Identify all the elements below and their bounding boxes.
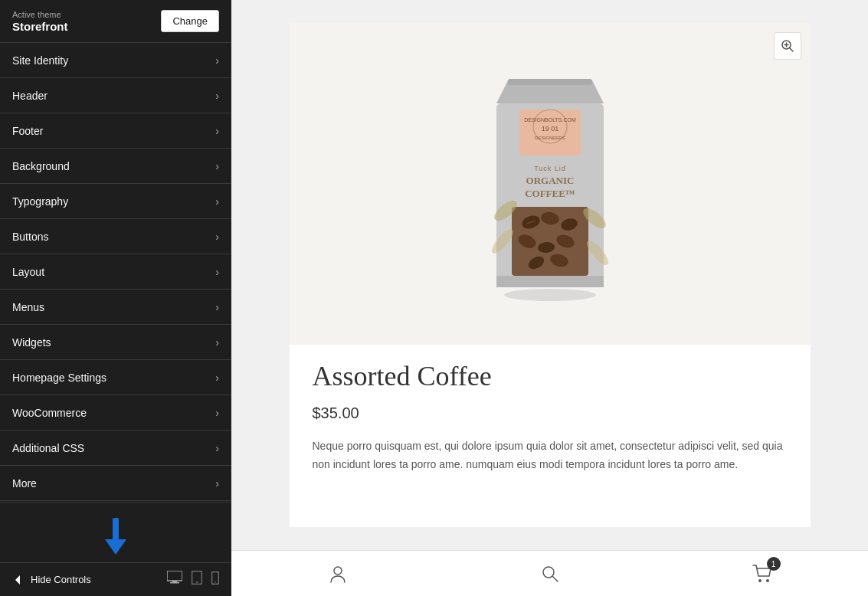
preview-area: DESIGNBOLTS.COM 19 01 DESIGNEERS Tuck Li… [231, 0, 868, 550]
sidebar-header: Active theme Storefront Change [0, 0, 231, 43]
chevron-right-icon: › [215, 195, 219, 208]
sidebar-item-label: Menus [12, 301, 44, 313]
chevron-right-icon: › [215, 125, 219, 137]
sidebar-item-site-identity[interactable]: Site Identity › [0, 43, 231, 78]
svg-marker-2 [15, 575, 20, 585]
sidebar-item-buttons[interactable]: Buttons › [0, 219, 231, 254]
svg-marker-1 [105, 539, 126, 555]
svg-rect-4 [172, 581, 177, 582]
hide-controls-bar: Hide Controls [0, 562, 231, 596]
product-description: Neque porro quisquam est, qui dolore ips… [313, 437, 788, 474]
active-theme-label: Active theme [12, 9, 68, 20]
chevron-right-icon: › [215, 372, 219, 384]
sidebar-item-label: Site Identity [12, 54, 68, 67]
sidebar-footer: Hide Controls [0, 502, 231, 596]
svg-point-9 [215, 581, 216, 583]
sidebar-item-label: Header [12, 90, 47, 102]
svg-rect-16 [508, 79, 592, 85]
hide-controls-button[interactable]: Hide Controls [12, 574, 91, 586]
product-title: Assorted Coffee [313, 360, 788, 392]
sidebar-item-woocommerce[interactable]: WooCommerce › [0, 395, 231, 431]
svg-rect-5 [170, 582, 179, 584]
sidebar-item-layout[interactable]: Layout › [0, 254, 231, 290]
product-card: DESIGNBOLTS.COM 19 01 DESIGNEERS Tuck Li… [290, 23, 811, 527]
arrow-hint [0, 503, 231, 562]
sidebar-item-menus[interactable]: Menus › [0, 290, 231, 325]
sidebar-item-footer[interactable]: Footer › [0, 113, 231, 149]
cart-badge: 1 [767, 557, 781, 571]
svg-point-44 [758, 579, 762, 582]
svg-point-40 [504, 289, 596, 301]
search-icon [541, 565, 559, 583]
product-price: $35.00 [313, 404, 788, 422]
chevron-right-icon: › [215, 266, 219, 278]
svg-rect-3 [167, 571, 182, 581]
sidebar: Active theme Storefront Change Site Iden… [0, 0, 231, 596]
svg-point-42 [543, 567, 554, 578]
svg-text:Tuck Lid: Tuck Lid [534, 165, 566, 172]
sidebar-item-label: Homepage Settings [12, 372, 106, 384]
chevron-right-icon: › [215, 301, 219, 313]
change-theme-button[interactable]: Change [161, 10, 219, 32]
chevron-right-icon: › [215, 336, 219, 349]
hide-controls-icon [12, 574, 25, 586]
svg-text:DESIGNEERS: DESIGNEERS [535, 136, 565, 140]
svg-line-11 [789, 48, 793, 52]
main-content: DESIGNBOLTS.COM 19 01 DESIGNEERS Tuck Li… [231, 0, 868, 596]
svg-point-45 [766, 579, 769, 582]
tablet-view-icon[interactable] [192, 571, 202, 588]
zoom-icon [781, 39, 794, 53]
sidebar-item-label: WooCommerce [12, 407, 87, 419]
chevron-right-icon: › [215, 160, 219, 172]
sidebar-item-label: Buttons [12, 231, 48, 243]
mobile-view-icon[interactable] [211, 571, 219, 588]
product-info: Assorted Coffee $35.00 Neque porro quisq… [290, 360, 811, 474]
sidebar-item-typography[interactable]: Typography › [0, 184, 231, 219]
chevron-right-icon: › [215, 90, 219, 102]
svg-rect-39 [496, 276, 604, 287]
sidebar-item-additional-css[interactable]: Additional CSS › [0, 431, 231, 466]
chevron-right-icon: › [215, 477, 219, 490]
sidebar-item-more[interactable]: More › [0, 466, 231, 501]
down-arrow-icon [105, 518, 126, 555]
view-icons [167, 571, 219, 588]
svg-point-7 [196, 581, 198, 583]
svg-text:DESIGNBOLTS.COM: DESIGNBOLTS.COM [524, 117, 576, 123]
chevron-right-icon: › [215, 407, 219, 419]
sidebar-item-homepage-settings[interactable]: Homepage Settings › [0, 360, 231, 395]
chevron-right-icon: › [215, 442, 219, 454]
zoom-button[interactable] [774, 32, 801, 60]
sidebar-nav: Site Identity › Header › Footer › Backgr… [0, 43, 231, 502]
active-theme-info: Active theme Storefront [12, 9, 68, 33]
cart-nav-item[interactable]: 1 [656, 551, 868, 596]
sidebar-item-background[interactable]: Background › [0, 149, 231, 184]
sidebar-item-header[interactable]: Header › [0, 78, 231, 113]
bottom-nav: 1 [231, 550, 868, 596]
sidebar-item-label: Typography [12, 195, 68, 208]
svg-line-43 [552, 576, 558, 581]
account-nav-item[interactable] [231, 551, 444, 596]
chevron-right-icon: › [215, 231, 219, 243]
sidebar-item-label: Footer [12, 125, 43, 137]
svg-rect-17 [519, 110, 581, 156]
svg-text:19 01: 19 01 [541, 125, 558, 133]
sidebar-item-label: More [12, 477, 37, 490]
svg-rect-0 [113, 518, 119, 542]
svg-text:COFFEE™: COFFEE™ [525, 188, 575, 199]
product-image: DESIGNBOLTS.COM 19 01 DESIGNEERS Tuck Li… [473, 57, 627, 310]
desktop-view-icon[interactable] [167, 571, 182, 588]
svg-point-41 [334, 567, 342, 575]
person-icon [328, 564, 348, 584]
chevron-right-icon: › [215, 54, 219, 67]
product-image-container: DESIGNBOLTS.COM 19 01 DESIGNEERS Tuck Li… [290, 23, 811, 345]
sidebar-item-label: Widgets [12, 336, 51, 349]
search-nav-item[interactable] [444, 551, 656, 596]
svg-text:ORGANIC: ORGANIC [526, 175, 574, 186]
sidebar-item-widgets[interactable]: Widgets › [0, 325, 231, 360]
sidebar-item-label: Background [12, 160, 70, 172]
theme-name: Storefront [12, 20, 68, 33]
sidebar-item-label: Layout [12, 266, 44, 278]
sidebar-item-label: Additional CSS [12, 442, 84, 454]
hide-controls-label: Hide Controls [31, 574, 91, 585]
